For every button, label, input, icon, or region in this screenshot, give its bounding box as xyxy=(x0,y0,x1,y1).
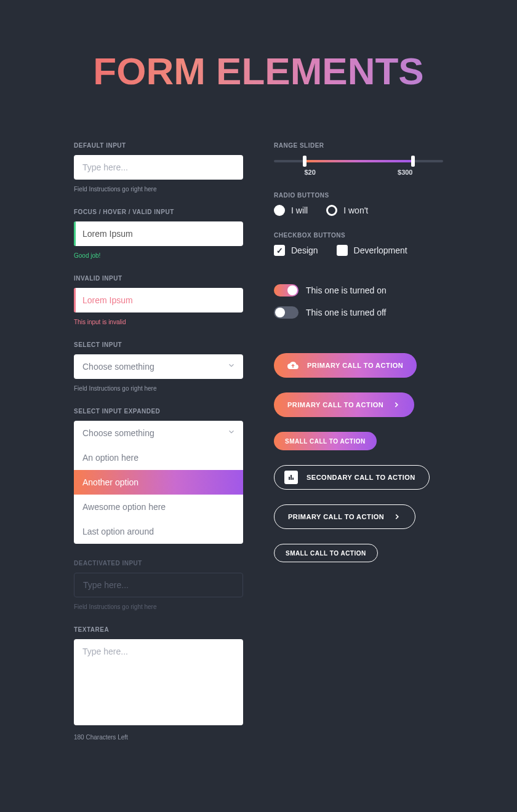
primary-button-chev[interactable]: PRIMARY CALL TO ACTION xyxy=(274,392,414,417)
primary-button-cloud[interactable]: PRIMARY CALL TO ACTION xyxy=(274,353,417,378)
cloud-upload-icon xyxy=(287,360,299,371)
invalid-input-hint: This input is invalid xyxy=(74,319,243,325)
textarea-input[interactable] xyxy=(74,639,243,725)
default-input-block: DEFAULT INPUT Field Instructions go righ… xyxy=(74,142,243,193)
invalid-input[interactable] xyxy=(74,288,243,312)
bar-chart-icon xyxy=(284,471,298,484)
checkbox-icon xyxy=(337,245,348,256)
buttons-group: PRIMARY CALL TO ACTION PRIMARY CALL TO A… xyxy=(274,353,443,562)
slider-fill xyxy=(305,160,413,162)
toggle-on[interactable] xyxy=(274,284,299,297)
svg-rect-0 xyxy=(289,477,290,480)
slider-min-value: $20 xyxy=(305,169,316,176)
radio-block: RADIO BUTTONS I will I won't xyxy=(274,192,443,216)
button-label: PRIMARY CALL TO ACTION xyxy=(288,513,384,520)
invalid-input-label: INVALID INPUT xyxy=(74,275,243,282)
outline-primary-button[interactable]: PRIMARY CALL TO ACTION xyxy=(274,504,415,529)
button-label: SMALL CALL TO ACTION xyxy=(286,550,366,557)
select-input-value: Choose something xyxy=(82,362,154,372)
page-title: FORM ELEMENTS xyxy=(74,49,443,93)
range-slider-label: RANGE SLIDER xyxy=(274,142,443,149)
select-option[interactable]: Last option around xyxy=(74,519,243,544)
select-input-hint: Field Instructions go right here xyxy=(74,385,243,392)
check-icon: ✓ xyxy=(276,246,283,255)
checkbox-icon: ✓ xyxy=(274,245,285,256)
chevron-down-icon xyxy=(227,361,236,372)
invalid-input-block: INVALID INPUT This input is invalid xyxy=(74,275,243,325)
valid-input[interactable] xyxy=(74,221,243,246)
button-label: SECONDARY CALL TO ACTION xyxy=(307,474,415,481)
radio-option-label: I won't xyxy=(343,205,368,215)
select-expanded-input[interactable]: Choose something xyxy=(74,421,243,445)
toggle-on-row: This one is turned on xyxy=(274,284,443,297)
select-input[interactable]: Choose something xyxy=(74,354,243,379)
svg-rect-1 xyxy=(291,475,292,480)
range-slider-block: RANGE SLIDER $20 $300 xyxy=(274,142,443,176)
right-column: RANGE SLIDER $20 $300 RADIO BUTTONS I wi… xyxy=(274,142,443,757)
chevron-right-icon xyxy=(393,512,401,521)
textarea-label: TEXTAREA xyxy=(74,626,243,633)
valid-input-hint: Good job! xyxy=(74,252,243,259)
select-expanded-label: SELECT INPUT EXPANDED xyxy=(74,408,243,415)
select-options-list: An option here Another option Awesome op… xyxy=(74,445,243,544)
checkbox-block: CHECKBOX BUTTONS ✓ Design Deverlopment xyxy=(274,232,443,256)
select-option[interactable]: Awesome option here xyxy=(74,495,243,519)
radio-label: RADIO BUTTONS xyxy=(274,192,443,199)
radio-icon xyxy=(274,205,285,216)
deactivated-input-block: DEACTIVATED INPUT Field Instructions go … xyxy=(74,560,243,610)
small-primary-button[interactable]: SMALL CALL TO ACTION xyxy=(274,432,377,450)
checkbox-option-label: Design xyxy=(291,245,318,255)
radio-option-label: I will xyxy=(291,205,308,215)
checkbox-development[interactable]: Deverlopment xyxy=(337,245,407,256)
valid-input-label: FOCUS / HOVER / VALID INPUT xyxy=(74,209,243,215)
toggle-off-label: This one is turned off xyxy=(306,308,386,317)
chevron-down-icon xyxy=(227,428,236,439)
checkbox-label: CHECKBOX BUTTONS xyxy=(274,232,443,239)
default-input-hint: Field Instructions go right here xyxy=(74,186,243,193)
slider-max-value: $300 xyxy=(398,169,412,176)
deactivated-input xyxy=(74,573,243,597)
deactivated-input-hint: Field Instructions go right here xyxy=(74,603,243,610)
range-slider[interactable] xyxy=(274,160,443,162)
button-label: SMALL CALL TO ACTION xyxy=(285,438,366,445)
valid-input-block: FOCUS / HOVER / VALID INPUT Good job! xyxy=(74,209,243,259)
chevron-right-icon xyxy=(392,400,401,409)
select-option[interactable]: Another option xyxy=(74,470,243,495)
error-edge-indicator xyxy=(74,288,76,312)
button-label: PRIMARY CALL TO ACTION xyxy=(307,362,403,369)
textarea-block: TEXTAREA 180 Characters Left xyxy=(74,626,243,741)
secondary-button[interactable]: SECONDARY CALL TO ACTION xyxy=(274,465,430,490)
select-input-label: SELECT INPUT xyxy=(74,341,243,348)
select-expanded-block: SELECT INPUT EXPANDED Choose something A… xyxy=(74,408,243,544)
default-input[interactable] xyxy=(74,155,243,180)
small-outline-button[interactable]: SMALL CALL TO ACTION xyxy=(274,544,378,562)
default-input-label: DEFAULT INPUT xyxy=(74,142,243,149)
svg-rect-2 xyxy=(292,478,294,480)
toggle-knob xyxy=(275,308,285,317)
select-option[interactable]: An option here xyxy=(74,445,243,470)
radio-icon xyxy=(326,205,337,216)
toggle-off[interactable] xyxy=(274,306,299,319)
slider-handle-min[interactable] xyxy=(303,156,307,167)
checkbox-option-label: Deverlopment xyxy=(354,245,407,255)
select-input-block: SELECT INPUT Choose something Field Inst… xyxy=(74,341,243,392)
toggle-knob xyxy=(287,285,297,295)
radio-option-will[interactable]: I will xyxy=(274,205,308,216)
radio-option-wont[interactable]: I won't xyxy=(326,205,368,216)
left-column: DEFAULT INPUT Field Instructions go righ… xyxy=(74,142,243,757)
checkbox-design[interactable]: ✓ Design xyxy=(274,245,318,256)
deactivated-input-label: DEACTIVATED INPUT xyxy=(74,560,243,567)
button-label: PRIMARY CALL TO ACTION xyxy=(287,401,383,408)
textarea-hint: 180 Characters Left xyxy=(74,734,243,741)
toggle-on-label: This one is turned on xyxy=(306,285,387,295)
slider-handle-max[interactable] xyxy=(411,156,415,167)
valid-edge-indicator xyxy=(74,221,76,246)
select-expanded-value: Choose something xyxy=(82,428,154,438)
toggle-off-row: This one is turned off xyxy=(274,306,443,319)
